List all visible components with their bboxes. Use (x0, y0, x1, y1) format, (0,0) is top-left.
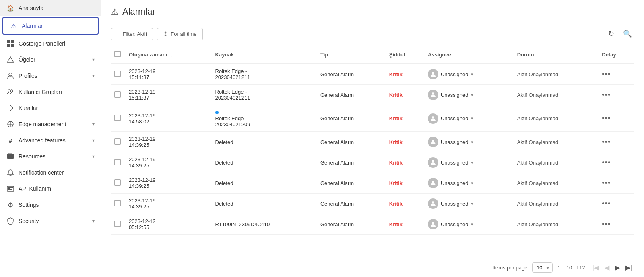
pagination-controls: |◀ ◀ ▶ ▶| (590, 262, 634, 273)
kurallar-icon (6, 104, 14, 112)
sidebar-item-resources[interactable]: Resources ▾ (0, 148, 101, 165)
assignee-dropdown-icon[interactable]: ▾ (471, 181, 473, 186)
clock-icon: ⏱ (163, 31, 168, 37)
svg-point-21 (432, 222, 434, 224)
row-durum: Aktif Onaylanmadı (514, 85, 599, 105)
sidebar-item-ana-sayfa[interactable]: 🏠 Ana sayfa (0, 0, 101, 16)
row-datetime: 2023-12-19 14:39:25 (126, 194, 212, 214)
sidebar-item-notification-center[interactable]: Notification center (0, 165, 101, 181)
sidebar-item-api-kullanimi[interactable]: API Kullanımı (0, 181, 101, 197)
select-all-checkbox[interactable] (114, 51, 121, 57)
assignee-dropdown-icon[interactable]: ▾ (471, 140, 473, 145)
row-more-button[interactable]: ••• (602, 179, 611, 187)
sidebar-item-advanced-features[interactable]: # Advanced features ▾ (0, 132, 101, 148)
time-filter-button[interactable]: ⏱ For all time (157, 28, 202, 40)
next-page-button[interactable]: ▶ (613, 262, 622, 273)
table-row: 2023-12-12 05:12:55 RT100IN_2309D4C410 G… (111, 214, 634, 235)
assignee-name: Unassigned (441, 139, 469, 145)
svg-point-18 (432, 160, 434, 162)
svg-rect-1 (11, 40, 14, 43)
sidebar-item-alarmlar[interactable]: ⚠ Alarmlar (2, 17, 99, 35)
assignee-avatar (428, 178, 438, 188)
svg-point-6 (8, 90, 10, 92)
sidebar-item-label: Öğeler (19, 56, 35, 63)
sidebar-item-security[interactable]: Security ▾ (0, 213, 101, 229)
svg-rect-12 (10, 187, 13, 188)
assignee-dropdown-icon[interactable]: ▾ (471, 201, 473, 206)
row-more-button[interactable]: ••• (602, 138, 611, 146)
profiles-icon (6, 72, 14, 80)
th-siddet: Şiddet (386, 46, 425, 64)
th-olusma-zamani[interactable]: Oluşma zamanı ↓ (126, 46, 212, 64)
sidebar-item-kullanici-gruplari[interactable]: Kullanıcı Grupları (0, 84, 101, 100)
row-datetime: 2023-12-19 15:11:37 (126, 85, 212, 105)
row-more-button[interactable]: ••• (602, 200, 611, 208)
table-row: 2023-12-19 15:11:37 Roltek Edge - 202304… (111, 64, 634, 85)
row-checkbox-cell (111, 214, 126, 235)
row-more-button[interactable]: ••• (602, 220, 611, 229)
row-detay: ••• (599, 64, 634, 85)
assignee-avatar (428, 219, 438, 229)
row-more-button[interactable]: ••• (602, 91, 611, 99)
svg-rect-3 (11, 44, 14, 47)
assignee-name: Unassigned (441, 160, 469, 166)
first-page-button[interactable]: |◀ (590, 262, 601, 273)
th-tip: Tip (317, 46, 386, 64)
row-tip: General Alarm (317, 85, 386, 105)
table-row: 2023-12-19 15:11:37 Roltek Edge - 202304… (111, 85, 634, 105)
sidebar-item-label: Gösterge Panelleri (19, 40, 65, 47)
sidebar-item-kurallar[interactable]: Kurallar (0, 100, 101, 116)
assignee-dropdown-icon[interactable]: ▾ (471, 222, 473, 227)
sidebar-item-profiles[interactable]: Profiles ▾ (0, 68, 101, 84)
search-button[interactable]: 🔍 (621, 27, 634, 41)
row-more-button[interactable]: ••• (602, 114, 611, 123)
row-checkbox[interactable] (114, 138, 121, 145)
row-checkbox[interactable] (114, 200, 121, 206)
row-tip: General Alarm (317, 105, 386, 132)
settings-icon: ⚙ (6, 201, 14, 209)
filter-button[interactable]: ≡ Filter: Aktif (111, 28, 153, 40)
row-more-button[interactable]: ••• (602, 158, 611, 167)
table-row: 2023-12-19 14:39:25 Deleted General Alar… (111, 173, 634, 194)
row-kaynak: Deleted (212, 194, 317, 214)
prev-page-button[interactable]: ◀ (602, 262, 612, 273)
row-datetime: 2023-12-19 14:58:02 (126, 105, 212, 132)
row-siddet: Kritik (386, 64, 425, 85)
sidebar-item-edge-management[interactable]: Edge management ▾ (0, 116, 101, 132)
row-kaynak: Deleted (212, 152, 317, 173)
row-durum: Aktif Onaylanmadı (514, 132, 599, 152)
row-siddet: Kritik (386, 152, 425, 173)
main-content: ⚠ Alarmlar ≡ Filter: Aktif ⏱ For all tim… (101, 0, 644, 277)
row-checkbox[interactable] (114, 221, 121, 227)
row-assignee: Unassigned ▾ (425, 105, 514, 132)
sidebar-item-gosterge-panelleri[interactable]: Gösterge Panelleri (0, 35, 101, 52)
assignee-dropdown-icon[interactable]: ▾ (471, 72, 473, 77)
row-assignee: Unassigned ▾ (425, 85, 514, 105)
row-siddet: Kritik (386, 173, 425, 194)
row-durum: Aktif Onaylanmadı (514, 64, 599, 85)
row-kaynak: Roltek Edge - 202304021211 (212, 85, 317, 105)
row-checkbox[interactable] (114, 179, 121, 186)
items-per-page-control: Items per page: 5 10 25 50 (493, 262, 553, 273)
assignee-dropdown-icon[interactable]: ▾ (471, 116, 473, 121)
table-footer: Items per page: 5 10 25 50 1 – 10 of 12 … (101, 258, 644, 277)
table-header-row: Oluşma zamanı ↓ Kaynak Tip Şiddet Assign… (111, 46, 634, 64)
sidebar-item-settings[interactable]: ⚙ Settings (0, 197, 101, 213)
sidebar-item-ogeler[interactable]: Öğeler ▾ (0, 52, 101, 68)
row-assignee: Unassigned ▾ (425, 194, 514, 214)
row-checkbox[interactable] (114, 91, 121, 98)
refresh-button[interactable]: ↻ (606, 27, 617, 41)
sidebar-item-label: Kurallar (19, 105, 38, 111)
row-checkbox[interactable] (114, 159, 121, 165)
assignee-dropdown-icon[interactable]: ▾ (471, 92, 473, 98)
per-page-select[interactable]: 5 10 25 50 (532, 262, 553, 273)
assignee-avatar (428, 137, 438, 147)
chevron-down-icon: ▾ (92, 137, 95, 143)
row-more-button[interactable]: ••• (602, 70, 611, 79)
row-checkbox[interactable] (114, 115, 121, 121)
row-tip: General Alarm (317, 194, 386, 214)
row-checkbox[interactable] (114, 71, 121, 77)
row-checkbox-cell (111, 85, 126, 105)
last-page-button[interactable]: ▶| (623, 262, 634, 273)
assignee-dropdown-icon[interactable]: ▾ (471, 160, 473, 165)
